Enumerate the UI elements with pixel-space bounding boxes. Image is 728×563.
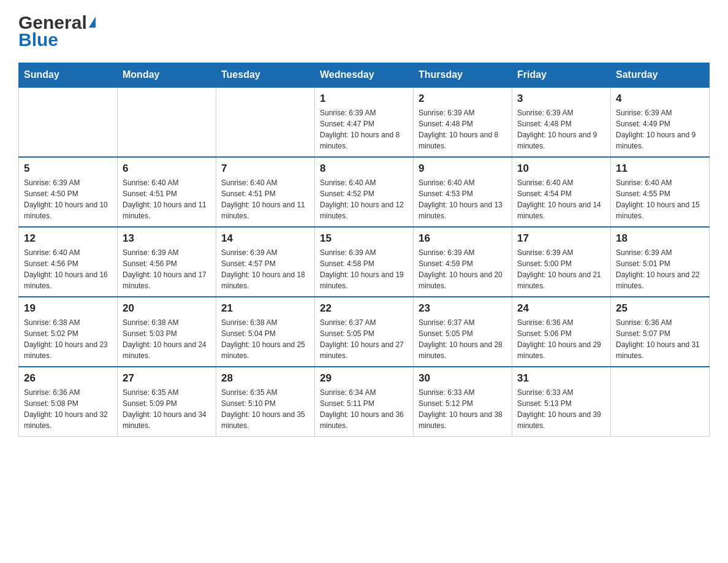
day-number: 12 (24, 232, 112, 245)
day-info: Sunrise: 6:33 AMSunset: 5:13 PMDaylight:… (517, 387, 605, 431)
day-number: 5 (24, 163, 112, 175)
day-number: 2 (419, 93, 507, 105)
calendar-cell: 2Sunrise: 6:39 AMSunset: 4:48 PMDaylight… (414, 87, 512, 157)
dow-header-thursday: Thursday (414, 63, 512, 88)
day-number: 9 (419, 163, 507, 175)
day-number: 17 (517, 232, 605, 245)
day-number: 1 (320, 93, 408, 105)
calendar-row: 5Sunrise: 6:39 AMSunset: 4:50 PMDaylight… (19, 157, 710, 227)
day-number: 14 (221, 232, 309, 245)
day-number: 27 (123, 372, 211, 385)
calendar-cell: 4Sunrise: 6:39 AMSunset: 4:49 PMDaylight… (611, 87, 710, 157)
calendar-cell: 25Sunrise: 6:36 AMSunset: 5:07 PMDayligh… (611, 297, 710, 367)
day-info: Sunrise: 6:37 AMSunset: 5:05 PMDaylight:… (320, 317, 408, 361)
calendar-cell: 14Sunrise: 6:39 AMSunset: 4:57 PMDayligh… (216, 227, 315, 297)
calendar-cell (19, 87, 118, 157)
calendar-cell: 19Sunrise: 6:38 AMSunset: 5:02 PMDayligh… (19, 297, 118, 367)
day-info: Sunrise: 6:36 AMSunset: 5:07 PMDaylight:… (616, 317, 704, 361)
calendar-cell: 22Sunrise: 6:37 AMSunset: 5:05 PMDayligh… (315, 297, 414, 367)
day-number: 25 (616, 302, 704, 315)
dow-header-saturday: Saturday (611, 63, 710, 88)
calendar-cell: 15Sunrise: 6:39 AMSunset: 4:58 PMDayligh… (315, 227, 414, 297)
calendar-cell: 17Sunrise: 6:39 AMSunset: 5:00 PMDayligh… (512, 227, 611, 297)
logo: General Blue (18, 12, 96, 50)
day-number: 29 (320, 372, 408, 385)
calendar-cell: 9Sunrise: 6:40 AMSunset: 4:53 PMDaylight… (414, 157, 512, 227)
calendar-row: 12Sunrise: 6:40 AMSunset: 4:56 PMDayligh… (19, 227, 710, 297)
day-number: 20 (123, 302, 211, 315)
day-number: 24 (517, 302, 605, 315)
day-info: Sunrise: 6:39 AMSunset: 4:56 PMDaylight:… (123, 247, 211, 291)
calendar-cell: 16Sunrise: 6:39 AMSunset: 4:59 PMDayligh… (414, 227, 512, 297)
calendar-cell (611, 367, 710, 437)
day-number: 3 (517, 93, 605, 105)
day-info: Sunrise: 6:39 AMSunset: 4:50 PMDaylight:… (24, 177, 112, 221)
day-number: 11 (616, 163, 704, 175)
day-info: Sunrise: 6:39 AMSunset: 5:01 PMDaylight:… (616, 247, 704, 291)
day-info: Sunrise: 6:36 AMSunset: 5:06 PMDaylight:… (517, 317, 605, 361)
calendar-cell: 23Sunrise: 6:37 AMSunset: 5:05 PMDayligh… (414, 297, 512, 367)
calendar-row: 1Sunrise: 6:39 AMSunset: 4:47 PMDaylight… (19, 87, 710, 157)
day-info: Sunrise: 6:39 AMSunset: 4:58 PMDaylight:… (320, 247, 408, 291)
day-number: 4 (616, 93, 704, 105)
calendar-cell: 20Sunrise: 6:38 AMSunset: 5:03 PMDayligh… (118, 297, 216, 367)
calendar-cell (118, 87, 216, 157)
day-info: Sunrise: 6:40 AMSunset: 4:53 PMDaylight:… (419, 177, 507, 221)
logo-blue-text: Blue (18, 29, 96, 50)
day-number: 30 (419, 372, 507, 385)
day-info: Sunrise: 6:36 AMSunset: 5:08 PMDaylight:… (24, 387, 112, 431)
day-number: 22 (320, 302, 408, 315)
day-number: 15 (320, 232, 408, 245)
day-info: Sunrise: 6:38 AMSunset: 5:03 PMDaylight:… (123, 317, 211, 361)
day-info: Sunrise: 6:39 AMSunset: 5:00 PMDaylight:… (517, 247, 605, 291)
logo-triangle-icon (89, 17, 96, 28)
day-number: 10 (517, 163, 605, 175)
calendar-row: 26Sunrise: 6:36 AMSunset: 5:08 PMDayligh… (19, 367, 710, 437)
calendar-cell: 27Sunrise: 6:35 AMSunset: 5:09 PMDayligh… (118, 367, 216, 437)
calendar-cell: 13Sunrise: 6:39 AMSunset: 4:56 PMDayligh… (118, 227, 216, 297)
day-number: 19 (24, 302, 112, 315)
calendar-row: 19Sunrise: 6:38 AMSunset: 5:02 PMDayligh… (19, 297, 710, 367)
day-number: 13 (123, 232, 211, 245)
calendar-cell: 6Sunrise: 6:40 AMSunset: 4:51 PMDaylight… (118, 157, 216, 227)
day-info: Sunrise: 6:38 AMSunset: 5:04 PMDaylight:… (221, 317, 309, 361)
day-info: Sunrise: 6:39 AMSunset: 4:47 PMDaylight:… (320, 107, 408, 151)
dow-header-wednesday: Wednesday (315, 63, 414, 88)
day-info: Sunrise: 6:35 AMSunset: 5:10 PMDaylight:… (221, 387, 309, 431)
dow-header-monday: Monday (118, 63, 216, 88)
calendar-cell: 28Sunrise: 6:35 AMSunset: 5:10 PMDayligh… (216, 367, 315, 437)
calendar-cell: 5Sunrise: 6:39 AMSunset: 4:50 PMDaylight… (19, 157, 118, 227)
day-number: 21 (221, 302, 309, 315)
calendar-cell: 1Sunrise: 6:39 AMSunset: 4:47 PMDaylight… (315, 87, 414, 157)
day-info: Sunrise: 6:39 AMSunset: 4:57 PMDaylight:… (221, 247, 309, 291)
calendar-cell: 3Sunrise: 6:39 AMSunset: 4:48 PMDaylight… (512, 87, 611, 157)
day-number: 7 (221, 163, 309, 175)
calendar-cell: 8Sunrise: 6:40 AMSunset: 4:52 PMDaylight… (315, 157, 414, 227)
day-info: Sunrise: 6:39 AMSunset: 4:48 PMDaylight:… (419, 107, 507, 151)
day-info: Sunrise: 6:34 AMSunset: 5:11 PMDaylight:… (320, 387, 408, 431)
calendar-cell: 21Sunrise: 6:38 AMSunset: 5:04 PMDayligh… (216, 297, 315, 367)
day-info: Sunrise: 6:40 AMSunset: 4:54 PMDaylight:… (517, 177, 605, 221)
calendar-cell: 7Sunrise: 6:40 AMSunset: 4:51 PMDaylight… (216, 157, 315, 227)
day-info: Sunrise: 6:40 AMSunset: 4:52 PMDaylight:… (320, 177, 408, 221)
day-info: Sunrise: 6:40 AMSunset: 4:56 PMDaylight:… (24, 247, 112, 291)
day-number: 16 (419, 232, 507, 245)
day-number: 6 (123, 163, 211, 175)
dow-header-friday: Friday (512, 63, 611, 88)
day-info: Sunrise: 6:39 AMSunset: 4:49 PMDaylight:… (616, 107, 704, 151)
day-info: Sunrise: 6:37 AMSunset: 5:05 PMDaylight:… (419, 317, 507, 361)
dow-header-sunday: Sunday (19, 63, 118, 88)
day-number: 18 (616, 232, 704, 245)
calendar-cell: 31Sunrise: 6:33 AMSunset: 5:13 PMDayligh… (512, 367, 611, 437)
calendar-cell: 24Sunrise: 6:36 AMSunset: 5:06 PMDayligh… (512, 297, 611, 367)
day-number: 31 (517, 372, 605, 385)
calendar-cell: 11Sunrise: 6:40 AMSunset: 4:55 PMDayligh… (611, 157, 710, 227)
day-number: 28 (221, 372, 309, 385)
day-info: Sunrise: 6:39 AMSunset: 4:48 PMDaylight:… (517, 107, 605, 151)
day-number: 26 (24, 372, 112, 385)
day-info: Sunrise: 6:40 AMSunset: 4:55 PMDaylight:… (616, 177, 704, 221)
day-info: Sunrise: 6:38 AMSunset: 5:02 PMDaylight:… (24, 317, 112, 361)
calendar-cell: 18Sunrise: 6:39 AMSunset: 5:01 PMDayligh… (611, 227, 710, 297)
day-info: Sunrise: 6:35 AMSunset: 5:09 PMDaylight:… (123, 387, 211, 431)
page-header: General Blue (18, 12, 710, 50)
